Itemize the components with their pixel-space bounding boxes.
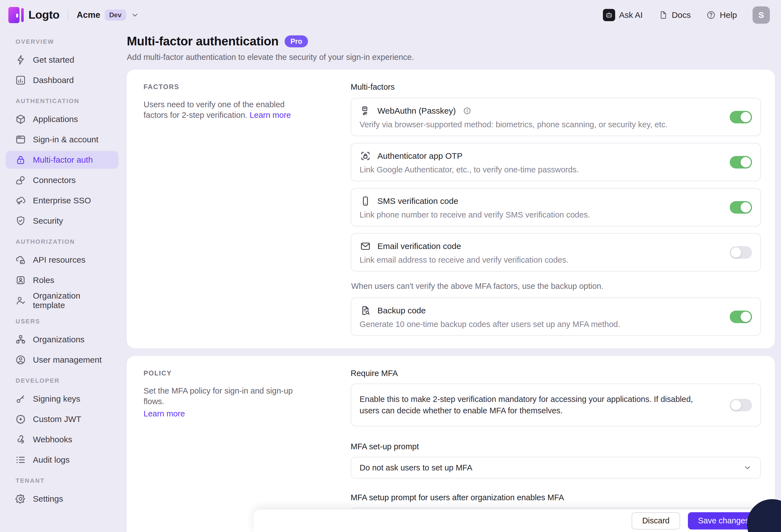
- sidebar-item-audit-logs[interactable]: Audit logs: [6, 451, 118, 469]
- policy-section-intro: POLICY Set the MFA policy for sign-in an…: [127, 356, 351, 532]
- factor-description: Link email address to receive and verify…: [360, 255, 718, 265]
- sidebar-item-api-resources[interactable]: API resources: [6, 251, 118, 269]
- policy-section-description: Set the MFA policy for sign-in and sign-…: [143, 386, 293, 406]
- main-content: Multi-factor authentication Pro Add mult…: [127, 30, 781, 532]
- factor-row-backup-code: Backup code Generate 10 one-time backup …: [351, 298, 761, 336]
- bar-chart-icon: [15, 75, 26, 86]
- tenant-name: Acme: [77, 10, 100, 20]
- sidebar-item-signing-keys[interactable]: Signing keys: [6, 390, 118, 408]
- otp-scan-lock-icon: [360, 150, 371, 162]
- docs-button[interactable]: Docs: [658, 10, 691, 20]
- require-mfa-description: Enable this to make 2-step verification …: [360, 394, 730, 416]
- factors-card: FACTORS Users need to verify one of the …: [127, 70, 775, 348]
- sidebar: OVERVIEW Get started Dashboard AUTHENTIC…: [0, 30, 127, 532]
- page-header: Multi-factor authentication Pro Add mult…: [127, 30, 775, 62]
- tenant-env-badge: Dev: [105, 9, 126, 20]
- ask-ai-icon: [603, 9, 615, 21]
- sidebar-item-enterprise-sso[interactable]: Enterprise SSO: [6, 192, 118, 210]
- factor-title: Email verification code: [377, 241, 461, 251]
- connector-icon: [15, 175, 26, 186]
- sidebar-section-developer: DEVELOPER: [15, 377, 118, 384]
- mfa-setup-prompt-value: Do not ask users to set up MFA: [360, 463, 472, 473]
- browser-window-icon: [15, 134, 26, 145]
- sidebar-item-applications[interactable]: Applications: [6, 110, 118, 128]
- save-action-bar: Discard Save changes: [254, 509, 775, 532]
- backup-hint-text: When users can't verify the above MFA fa…: [351, 281, 761, 291]
- gear-plus-icon: [15, 414, 26, 425]
- webhook-icon: [15, 434, 26, 445]
- factor-row-authenticator-otp: Authenticator app OTP Link Google Authen…: [351, 143, 761, 181]
- org-mfa-setup-prompt-label: MFA setup prompt for users after organiz…: [351, 493, 761, 502]
- divider: [68, 9, 68, 21]
- sidebar-item-connectors[interactable]: Connectors: [6, 171, 118, 189]
- help-button[interactable]: Help: [706, 10, 737, 20]
- question-circle-icon: [706, 10, 716, 20]
- policy-learn-more-link[interactable]: Learn more: [143, 408, 185, 419]
- logto-logo-icon[interactable]: [8, 6, 24, 24]
- ask-ai-button[interactable]: Ask AI: [603, 9, 643, 21]
- sidebar-item-dashboard[interactable]: Dashboard: [6, 71, 118, 89]
- avatar[interactable]: S: [752, 6, 770, 24]
- phone-icon: [360, 195, 371, 207]
- factor-title: WebAuthn (Passkey): [377, 106, 456, 116]
- mfa-setup-prompt-label: MFA set-up prompt: [351, 442, 761, 451]
- authenticator-otp-toggle[interactable]: [730, 156, 752, 169]
- factors-learn-more-link[interactable]: Learn more: [249, 110, 291, 120]
- factors-section-intro: FACTORS Users need to verify one of the …: [127, 70, 351, 348]
- person-check-icon: [15, 295, 26, 306]
- discard-button[interactable]: Discard: [631, 512, 680, 530]
- policy-section-label: POLICY: [143, 369, 309, 377]
- chevron-down-icon: [743, 463, 752, 472]
- sms-toggle[interactable]: [730, 201, 752, 214]
- key-icon: [15, 393, 26, 404]
- factor-row-email: Email verification code Link email addre…: [351, 233, 761, 272]
- person-circle-icon: [15, 354, 26, 365]
- org-chart-icon: [15, 334, 26, 345]
- require-mfa-label: Require MFA: [351, 369, 761, 378]
- factors-section-label: FACTORS: [143, 83, 309, 91]
- sidebar-item-security[interactable]: Security: [6, 212, 118, 230]
- require-mfa-toggle[interactable]: [730, 399, 752, 411]
- info-icon[interactable]: [463, 107, 471, 115]
- document-icon: [658, 10, 668, 20]
- sidebar-item-custom-jwt[interactable]: Custom JWT: [6, 410, 118, 428]
- factors-list: Multi-factors WebAuthn (Passkey) Verify …: [351, 70, 775, 348]
- topbar-actions: Ask AI Docs Help S: [603, 6, 770, 24]
- policy-card: POLICY Set the MFA policy for sign-in an…: [127, 356, 775, 532]
- factor-description: Verify via browser-supported method: bio…: [360, 120, 718, 130]
- tenant-selector[interactable]: Acme Dev: [77, 9, 139, 20]
- brand-cluster: Logto Acme Dev: [8, 6, 139, 24]
- gear-icon: [15, 493, 26, 504]
- sidebar-item-organization-template[interactable]: Organization template: [6, 292, 118, 309]
- mfa-setup-prompt-select[interactable]: Do not ask users to set up MFA: [351, 457, 761, 479]
- sidebar-section-users: USERS: [15, 318, 118, 325]
- shield-check-icon: [15, 215, 26, 226]
- webauthn-toggle[interactable]: [730, 111, 752, 123]
- list-icon: [15, 454, 26, 466]
- brand-name[interactable]: Logto: [29, 8, 59, 21]
- sidebar-item-sign-in-account[interactable]: Sign-in & account: [6, 131, 118, 148]
- sidebar-item-get-started[interactable]: Get started: [6, 51, 118, 69]
- backup-code-icon: [360, 305, 371, 316]
- page-subtitle: Add multi-factor authentication to eleva…: [127, 53, 775, 62]
- topbar: Logto Acme Dev Ask AI Docs Help S: [0, 0, 781, 30]
- cloud-key-icon: [15, 195, 26, 206]
- factor-description: Link Google Authenticator, etc., to veri…: [360, 165, 718, 175]
- factor-description: Link phone number to receive and verify …: [360, 210, 718, 220]
- app-viewport: Logto Acme Dev Ask AI Docs Help S: [0, 0, 781, 532]
- id-card-icon: [15, 275, 26, 286]
- sidebar-section-authentication: AUTHENTICATION: [15, 97, 118, 105]
- backup-code-toggle[interactable]: [730, 311, 752, 323]
- sidebar-item-user-management[interactable]: User management: [6, 351, 118, 369]
- sidebar-item-organizations[interactable]: Organizations: [6, 330, 118, 348]
- help-label: Help: [720, 10, 737, 20]
- chevron-down-icon: [130, 11, 139, 19]
- sidebar-section-overview: OVERVIEW: [15, 38, 118, 45]
- lightning-icon: [15, 54, 26, 65]
- sidebar-item-roles[interactable]: Roles: [6, 271, 118, 289]
- sidebar-item-multi-factor-auth[interactable]: Multi-factor auth: [6, 151, 118, 169]
- email-toggle[interactable]: [730, 246, 752, 259]
- sidebar-item-webhooks[interactable]: Webhooks: [6, 431, 118, 448]
- sidebar-item-settings[interactable]: Settings: [6, 490, 118, 508]
- require-mfa-row: Enable this to make 2-step verification …: [351, 384, 761, 427]
